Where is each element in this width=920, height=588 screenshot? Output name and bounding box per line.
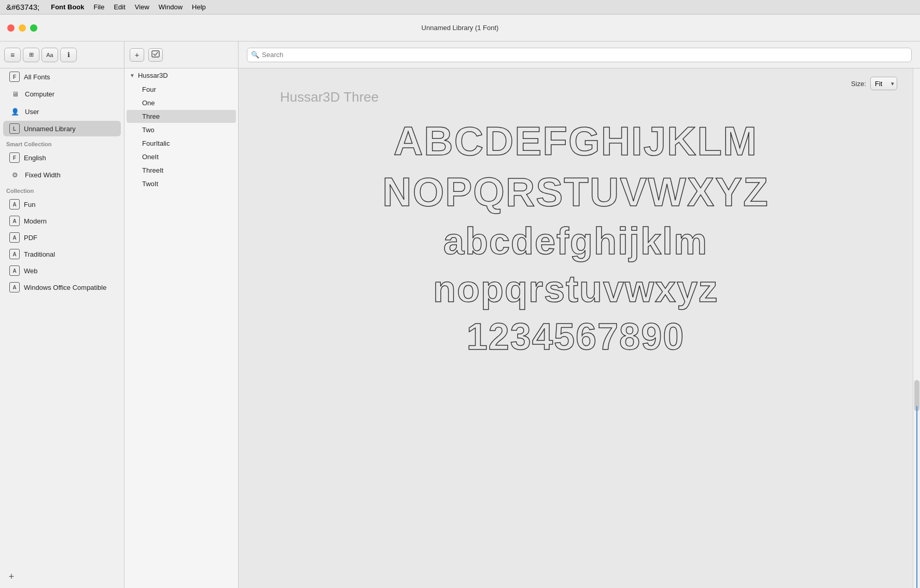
grid-view-button[interactable]: ⊞ xyxy=(23,48,39,62)
search-input[interactable] xyxy=(247,48,912,62)
web-icon: A xyxy=(9,265,20,276)
size-label: Size: xyxy=(851,80,866,88)
windows-office-label: Windows Office Compatible xyxy=(24,284,106,291)
app-body: ≡ ⊞ Aa ℹ F All Fonts 🖥 Computer 👤 User xyxy=(0,41,920,588)
svg-rect-0 xyxy=(152,51,159,57)
title-bar: Unnamed Library (1 Font) xyxy=(0,15,920,41)
traditional-icon: A xyxy=(9,249,20,259)
fixed-width-icon: ⚙ xyxy=(9,169,21,180)
add-font-icon: + xyxy=(135,51,139,59)
sidebar-item-traditional[interactable]: A Traditional xyxy=(3,246,121,262)
window-title: Unnamed Library (1 Font) xyxy=(422,24,499,32)
scrollbar-track[interactable] xyxy=(913,68,920,588)
preview-toolbar: 🔍 xyxy=(239,41,920,68)
preview-row-lowercase2: nopqrstuvwxyz xyxy=(433,270,718,307)
check-font-button[interactable] xyxy=(148,48,163,62)
font-item-three[interactable]: Three xyxy=(127,110,236,123)
sidebar: ≡ ⊞ Aa ℹ F All Fonts 🖥 Computer 👤 User xyxy=(0,41,124,588)
user-label: User xyxy=(25,108,39,116)
preview-row-lowercase: abcdefghijklm xyxy=(443,222,708,260)
pdf-label: PDF xyxy=(24,234,37,242)
preview-row-uppercase: ABCDEFGHIJKLM xyxy=(394,121,758,161)
font-group-name: Hussar3D xyxy=(138,72,168,79)
preview-content: Size: Fit 12 18 24 36 48 64 72 xyxy=(239,68,913,588)
search-wrapper: 🔍 xyxy=(247,48,912,62)
font-group-hussar3d[interactable]: ▼ Hussar3D xyxy=(124,68,238,82)
menu-help[interactable]: Help xyxy=(192,3,206,11)
english-label: English xyxy=(24,154,46,162)
add-collection-button[interactable]: + xyxy=(4,569,19,584)
sidebar-toggle-icon: ≡ xyxy=(10,51,15,59)
menu-file[interactable]: File xyxy=(94,3,105,11)
fun-label: Fun xyxy=(24,201,35,208)
unnamed-library-label: Unnamed Library xyxy=(24,125,76,133)
size-select[interactable]: Fit 12 18 24 36 48 64 72 96 128 xyxy=(870,77,897,90)
sidebar-item-web[interactable]: A Web xyxy=(3,263,121,278)
window-controls xyxy=(7,24,37,32)
computer-icon: 🖥 xyxy=(9,88,21,100)
font-item-twoit[interactable]: TwoIt xyxy=(127,177,236,190)
font-item-two[interactable]: Two xyxy=(127,123,236,136)
fun-icon: A xyxy=(9,199,20,209)
grid-view-icon: ⊞ xyxy=(29,51,33,58)
info-icon: ℹ xyxy=(67,51,70,59)
main-content: + ▼ Hussar3D Four O xyxy=(124,41,920,588)
computer-label: Computer xyxy=(25,90,54,98)
menu-edit[interactable]: Edit xyxy=(114,3,125,11)
user-icon: 👤 xyxy=(9,106,21,117)
app-name-label: Font Book xyxy=(51,3,84,11)
preview-row-uppercase2: NOPQRSTUVWXYZ xyxy=(382,172,769,212)
sidebar-toolbar: ≡ ⊞ Aa ℹ xyxy=(0,41,124,68)
smart-collection-label: Smart Collection xyxy=(0,137,124,149)
sidebar-item-all-fonts[interactable]: F All Fonts xyxy=(3,69,121,85)
menu-window[interactable]: Window xyxy=(159,3,183,11)
sidebar-item-computer[interactable]: 🖥 Computer xyxy=(3,86,121,102)
sidebar-item-windows-office[interactable]: A Windows Office Compatible xyxy=(3,279,121,295)
hussar-preview: ABCDEFGHIJKLM NOPQRSTUVWXYZ abcdefghijkl… xyxy=(259,121,892,355)
fixed-width-label: Fixed Width xyxy=(25,171,61,179)
apple-logo-icon: &#63743; xyxy=(6,3,39,11)
all-fonts-label: All Fonts xyxy=(24,73,50,81)
preview-panel: 🔍 Size: Fit 12 18 24 xyxy=(239,41,920,588)
text-view-icon: Aa xyxy=(46,52,53,58)
windows-office-icon: A xyxy=(9,282,20,292)
close-button[interactable] xyxy=(7,24,15,32)
collection-label: Collection xyxy=(0,184,124,196)
menu-bar: &#63743; Font Book File Edit View Window… xyxy=(0,0,920,15)
font-preview-title: Hussar3D Three xyxy=(280,89,379,105)
web-label: Web xyxy=(24,267,38,275)
sidebar-item-english[interactable]: F English xyxy=(3,150,121,165)
check-font-icon xyxy=(151,50,160,59)
sidebar-item-fixed-width[interactable]: ⚙ Fixed Width xyxy=(3,166,121,183)
info-button[interactable]: ℹ xyxy=(60,48,77,62)
modern-icon: A xyxy=(9,216,20,226)
sidebar-item-fun[interactable]: A Fun xyxy=(3,197,121,212)
maximize-button[interactable] xyxy=(30,24,37,32)
add-font-button[interactable]: + xyxy=(130,48,144,62)
sidebar-item-user[interactable]: 👤 User xyxy=(3,103,121,120)
menu-view[interactable]: View xyxy=(135,3,149,11)
font-list-panel: + ▼ Hussar3D Four O xyxy=(124,41,239,588)
group-expand-icon: ▼ xyxy=(130,73,135,78)
sidebar-item-unnamed-library[interactable]: L Unnamed Library xyxy=(3,121,121,136)
sidebar-item-pdf[interactable]: A PDF xyxy=(3,230,121,245)
size-select-wrapper: Fit 12 18 24 36 48 64 72 96 128 xyxy=(870,77,897,90)
font-item-fouritalic[interactable]: FourItalic xyxy=(127,137,236,150)
english-icon: F xyxy=(9,152,20,163)
modern-label: Modern xyxy=(24,217,47,225)
library-icon: L xyxy=(9,123,20,134)
font-item-four[interactable]: Four xyxy=(127,83,236,96)
preview-row-numbers: 1234567890 xyxy=(467,318,685,355)
sidebar-item-modern[interactable]: A Modern xyxy=(3,213,121,229)
sidebar-toggle-button[interactable]: ≡ xyxy=(4,48,21,62)
search-icon: 🔍 xyxy=(251,51,259,59)
font-item-threeit[interactable]: ThreeIt xyxy=(127,164,236,177)
font-list-toolbar: + xyxy=(124,41,238,68)
traditional-label: Traditional xyxy=(24,250,55,258)
font-item-one[interactable]: One xyxy=(127,96,236,109)
font-list-scroll[interactable]: ▼ Hussar3D Four One Three Two FourItalic… xyxy=(124,68,238,588)
text-view-button[interactable]: Aa xyxy=(41,48,58,62)
font-item-oneit[interactable]: OneIt xyxy=(127,150,236,163)
pdf-icon: A xyxy=(9,232,20,243)
minimize-button[interactable] xyxy=(19,24,26,32)
